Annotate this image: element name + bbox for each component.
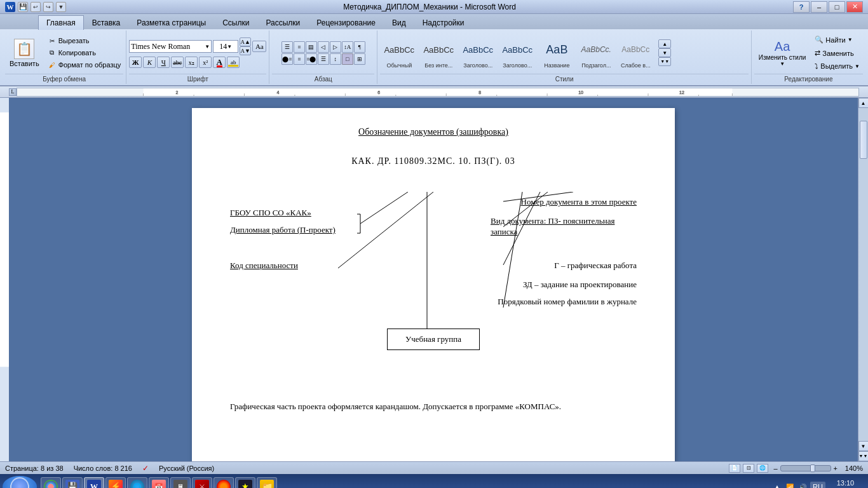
style-title[interactable]: АаВ Название <box>538 35 576 71</box>
shading-btn[interactable]: □ <box>342 53 353 65</box>
styles-more-btn[interactable]: ▼▼ <box>658 57 671 66</box>
italic-button[interactable]: К <box>143 57 156 68</box>
align-right-btn[interactable]: ≡⬤ <box>306 53 317 65</box>
tab-view[interactable]: Вид <box>384 15 414 29</box>
change-styles-button[interactable]: Аа Изменить стили ▼ <box>754 36 810 70</box>
font-increase-btn[interactable]: A▲ <box>240 37 251 46</box>
style-subtle-emph[interactable]: AaBbCс Слабое в... <box>616 35 654 71</box>
redo-icon[interactable]: ↪ <box>43 2 53 12</box>
decrease-indent-btn[interactable]: ◁ <box>318 41 329 53</box>
scroll-area[interactable]: Обозначение документов (зашифровка) КАК.… <box>9 98 858 461</box>
taskbar-calendar[interactable]: 📅 <box>149 477 169 488</box>
taskbar-globe[interactable]: 🌐 <box>127 477 147 488</box>
show-marks-btn[interactable]: ¶ <box>354 41 365 53</box>
ruler-corner[interactable]: L <box>9 88 17 96</box>
taskbar-word[interactable]: W <box>84 477 104 488</box>
view-full-btn[interactable]: ⊡ <box>743 464 754 473</box>
list-bullet-btn[interactable]: ☰ <box>281 41 293 53</box>
cut-button[interactable]: ✂ Вырезать <box>45 35 124 46</box>
close-btn[interactable]: ✕ <box>846 1 863 13</box>
tab-mailings[interactable]: Рассылки <box>257 15 308 29</box>
menu-icon[interactable]: ▼ <box>56 2 66 12</box>
tray-network[interactable]: 📶 <box>785 482 795 488</box>
taskbar-lightning[interactable]: ⚡ <box>105 477 126 488</box>
style-heading1[interactable]: AaBbCс Заголово... <box>459 35 497 71</box>
help-btn[interactable]: ? <box>793 1 810 13</box>
view-web-btn[interactable]: 🌐 <box>757 464 768 473</box>
scroll-track[interactable] <box>859 108 868 441</box>
style-normal[interactable]: AaBbCс Обычный <box>380 35 418 71</box>
font-size-selector[interactable]: 14 ▼ <box>213 40 238 53</box>
start-button[interactable] <box>3 476 37 488</box>
underline-button[interactable]: Ч <box>157 57 170 68</box>
subscript-button[interactable]: x₂ <box>185 57 198 68</box>
tab-review[interactable]: Рецензирование <box>308 15 384 29</box>
align-left-btn[interactable]: ⬤≡ <box>281 53 293 65</box>
font-name-value: Times New Roman <box>131 42 190 51</box>
undo-icon[interactable]: ↩ <box>31 2 41 12</box>
style-heading2[interactable]: AaBbCс Заголово... <box>498 35 536 71</box>
align-center-btn[interactable]: ≡ <box>294 53 305 65</box>
style-no-spacing[interactable]: AaBbCс Без инте... <box>419 35 458 71</box>
window-title: Методичка_ДИПЛОМ_Механики - Microsoft Wo… <box>66 3 793 11</box>
scroll-up-btn[interactable]: ▲ <box>858 98 869 108</box>
find-button[interactable]: 🔍 Найти ▼ <box>811 34 863 46</box>
scroll-next-page[interactable]: ▼▼ <box>858 451 869 461</box>
style-title-label: Название <box>544 62 569 69</box>
sort-btn[interactable]: ↕A <box>342 41 353 53</box>
save-icon[interactable]: 💾 <box>18 2 28 12</box>
font-size-dropdown-arrow[interactable]: ▼ <box>227 44 232 50</box>
restore-btn[interactable]: □ <box>829 1 845 13</box>
highlight-btn[interactable]: ab <box>227 57 240 68</box>
minimize-btn[interactable]: – <box>811 1 827 13</box>
line-spacing-btn[interactable]: ↕ <box>330 53 341 65</box>
taskbar-firefox[interactable] <box>214 477 234 488</box>
tab-addins[interactable]: Надстройки <box>414 15 473 29</box>
style-subtitle[interactable]: AaBbCс. Подзагол... <box>577 35 615 71</box>
globe-icon: 🌐 <box>130 480 144 488</box>
scroll-thumb[interactable] <box>860 121 867 159</box>
taskbar-chrome[interactable] <box>41 477 61 488</box>
zoom-in-btn[interactable]: + <box>834 464 837 472</box>
font-color-btn[interactable]: A <box>213 57 226 68</box>
superscript-button[interactable]: x² <box>199 57 212 68</box>
zoom-slider[interactable] <box>780 465 831 471</box>
taskbar-star[interactable]: ★ <box>235 477 255 488</box>
copy-button[interactable]: ⧉ Копировать <box>45 47 124 58</box>
tab-insert[interactable]: Вставка <box>84 15 129 29</box>
strikethrough-button[interactable]: abc <box>171 57 184 68</box>
taskbar-calculator[interactable]: 🖩 <box>170 477 191 488</box>
styles-up-btn[interactable]: ▲ <box>658 39 671 48</box>
tray-up-arrow[interactable]: ▲ <box>772 482 782 488</box>
tray-volume[interactable]: 🔊 <box>797 482 808 488</box>
editing-label: Редактирование <box>754 74 863 83</box>
increase-indent-btn[interactable]: ▷ <box>330 41 341 53</box>
styles-down-btn[interactable]: ▼ <box>658 48 671 57</box>
zoom-out-btn[interactable]: – <box>773 464 777 472</box>
justify-btn[interactable]: ☰ <box>318 53 329 65</box>
tab-references[interactable]: Ссылки <box>214 15 257 29</box>
format-painter-button[interactable]: 🖌 Формат по образцу <box>45 59 124 71</box>
taskbar-red-icon[interactable]: ⚔ <box>192 477 212 488</box>
taskbar-folder[interactable]: 📁 <box>257 477 277 488</box>
clear-format-btn[interactable]: Аа <box>252 41 266 52</box>
taskbar-language[interactable]: RU <box>810 482 825 488</box>
right-scrollbar[interactable]: ▲ ▼ ▼▼ <box>858 98 868 461</box>
paste-button[interactable]: 📋 Вставить <box>5 37 44 69</box>
taskbar-save[interactable]: 💾 <box>62 477 83 488</box>
word-taskbar-icon: W <box>87 480 101 488</box>
zoom-thumb[interactable] <box>810 464 815 472</box>
multilevel-list-btn[interactable]: ▤ <box>306 41 317 53</box>
view-print-btn[interactable]: 📄 <box>729 464 740 473</box>
tab-home[interactable]: Главная <box>38 15 84 30</box>
borders-btn[interactable]: ⊞ <box>354 53 365 65</box>
replace-button[interactable]: ⇄ Заменить <box>811 47 863 59</box>
list-number-btn[interactable]: ≡ <box>294 41 305 53</box>
font-decrease-btn[interactable]: A▼ <box>240 46 251 55</box>
tab-page-layout[interactable]: Разметка страницы <box>128 15 214 29</box>
select-button[interactable]: ⤵ Выделить ▼ <box>811 60 863 72</box>
font-name-selector[interactable]: Times New Roman ▼ <box>129 40 212 53</box>
font-dropdown-arrow[interactable]: ▼ <box>205 44 210 50</box>
scroll-down-btn[interactable]: ▼ <box>858 441 869 451</box>
bold-button[interactable]: Ж <box>129 57 142 68</box>
